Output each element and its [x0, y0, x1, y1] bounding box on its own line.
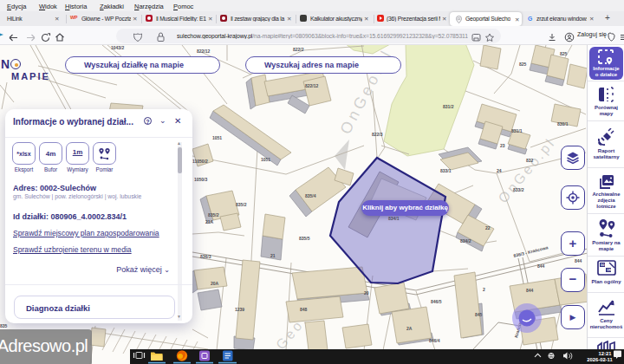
svg-text:2: 2: [483, 287, 485, 292]
svg-text:835/2: 835/2: [236, 202, 247, 207]
svg-text:832: 832: [526, 158, 534, 163]
svg-text:822/12: 822/12: [305, 83, 319, 88]
svg-text:846/4: 846/4: [429, 338, 440, 343]
svg-text:831/1: 831/1: [511, 128, 523, 133]
svg-text:822/3: 822/3: [372, 132, 383, 137]
svg-text:833/2: 833/2: [513, 187, 524, 192]
svg-text:1043/2: 1043/2: [111, 45, 125, 50]
svg-text:11050/2: 11050/2: [192, 159, 208, 164]
svg-text:24: 24: [497, 168, 502, 173]
svg-text:845: 845: [475, 312, 483, 317]
svg-text:2026-02-11: 2026-02-11: [587, 357, 613, 363]
svg-text:835/5: 835/5: [299, 236, 310, 241]
svg-text:1239: 1239: [235, 307, 244, 312]
svg-text:848: 848: [300, 307, 308, 312]
svg-text:822/2: 822/2: [293, 47, 304, 52]
svg-text:1051: 1051: [212, 135, 222, 140]
svg-text:825: 825: [560, 51, 568, 56]
svg-text:833/1: 833/1: [440, 168, 452, 173]
svg-text:12:21: 12:21: [599, 351, 613, 357]
svg-text:846/5: 846/5: [431, 299, 442, 304]
svg-text:822/12: 822/12: [197, 49, 211, 54]
svg-text:20A: 20A: [211, 281, 219, 286]
svg-text:1R: 1R: [607, 268, 611, 272]
svg-text:22: 22: [485, 225, 491, 231]
svg-text:825: 825: [519, 62, 527, 67]
svg-text:50: 50: [601, 263, 605, 267]
svg-text:835: 835: [0, 323, 8, 328]
svg-text:836/3: 836/3: [200, 254, 211, 259]
svg-text:835/4: 835/4: [305, 193, 316, 198]
svg-text:834/2: 834/2: [460, 238, 471, 244]
svg-text:21: 21: [270, 253, 276, 258]
svg-text:844: 844: [575, 258, 582, 263]
svg-text:831/2: 831/2: [443, 104, 454, 109]
svg-text:1051: 1051: [261, 157, 270, 162]
svg-text:1050/3: 1050/3: [194, 177, 208, 182]
svg-text:21A: 21A: [205, 219, 214, 224]
svg-text:2A: 2A: [406, 326, 413, 331]
svg-text:20: 20: [364, 290, 369, 296]
svg-text:830/1: 830/1: [557, 121, 569, 127]
svg-text:23: 23: [500, 143, 505, 148]
svg-text:844: 844: [537, 263, 545, 269]
svg-text:834/1: 834/1: [388, 216, 400, 221]
svg-text:835/2: 835/2: [208, 212, 219, 218]
svg-text:844: 844: [526, 288, 534, 293]
